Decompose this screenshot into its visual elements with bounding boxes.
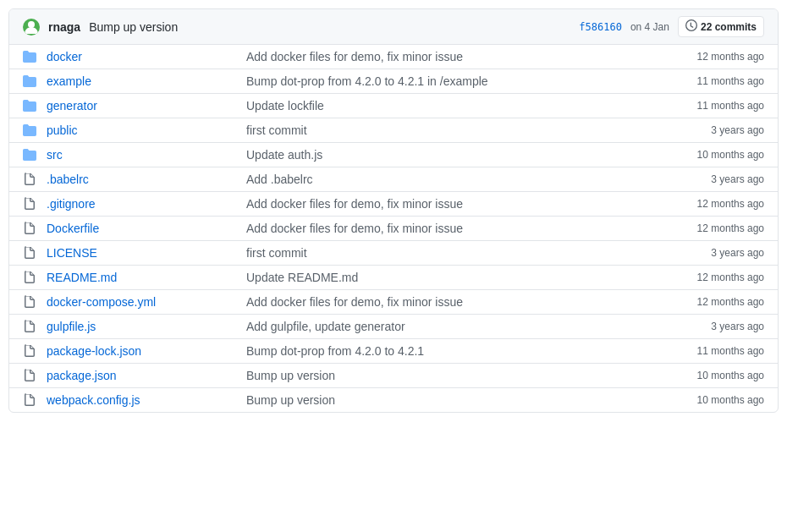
files-list: dockerAdd docker files for demo, fix min… <box>9 45 778 412</box>
file-age: 10 months ago <box>671 149 764 161</box>
file-commit-message[interactable]: Update README.md <box>233 271 671 284</box>
file-age: 3 years ago <box>671 173 764 185</box>
file-age: 10 months ago <box>671 394 764 406</box>
table-row: gulpfile.jsAdd gulpfile, update generato… <box>9 315 778 339</box>
folder-icon <box>23 123 47 137</box>
latest-commit-header: rnaga Bump up version f586160 on 4 Jan 2… <box>9 9 778 45</box>
file-name[interactable]: README.md <box>47 271 233 284</box>
file-name[interactable]: docker-compose.yml <box>47 295 233 309</box>
file-age: 3 years ago <box>671 321 764 332</box>
file-name[interactable]: public <box>47 123 233 137</box>
file-commit-message[interactable]: Add docker files for demo, fix minor iss… <box>233 222 671 235</box>
file-age: 11 months ago <box>671 100 764 112</box>
file-commit-message[interactable]: first commit <box>233 123 671 137</box>
file-age: 11 months ago <box>671 345 764 357</box>
table-row: README.mdUpdate README.md12 months ago <box>9 266 778 290</box>
file-name[interactable]: src <box>47 148 233 162</box>
file-icon <box>23 320 47 333</box>
file-icon <box>23 246 47 260</box>
file-age: 12 months ago <box>671 222 764 234</box>
table-row: dockerAdd docker files for demo, fix min… <box>9 45 778 69</box>
file-commit-message[interactable]: Bump up version <box>233 393 671 407</box>
file-commit-message[interactable]: Bump dot-prop from 4.2.0 to 4.2.1 in /ex… <box>233 74 671 88</box>
file-commit-message[interactable]: Add docker files for demo, fix minor iss… <box>233 50 671 63</box>
commit-date: on 4 Jan <box>630 21 669 33</box>
file-commit-message[interactable]: Add gulpfile, update generator <box>233 320 671 333</box>
table-row: LICENSEfirst commit3 years ago <box>9 241 778 266</box>
table-row: generatorUpdate lockfile11 months ago <box>9 94 778 118</box>
svg-point-0 <box>28 21 35 28</box>
table-row: exampleBump dot-prop from 4.2.0 to 4.2.1… <box>9 69 778 94</box>
file-icon <box>23 344 47 358</box>
table-row: webpack.config.jsBump up version10 month… <box>9 388 778 412</box>
file-icon <box>23 369 47 382</box>
file-icon <box>23 295 47 309</box>
file-commit-message[interactable]: Add docker files for demo, fix minor iss… <box>233 197 671 211</box>
file-name[interactable]: .gitignore <box>47 197 233 211</box>
file-commit-message[interactable]: Update auth.js <box>233 148 671 162</box>
folder-icon <box>23 148 47 162</box>
file-age: 11 months ago <box>671 75 764 87</box>
file-name[interactable]: LICENSE <box>47 246 233 260</box>
commit-message: Bump up version <box>89 20 178 34</box>
file-age: 3 years ago <box>671 247 764 259</box>
file-commit-message[interactable]: Update lockfile <box>233 99 671 112</box>
avatar <box>23 19 40 36</box>
file-name[interactable]: example <box>47 74 233 88</box>
file-name[interactable]: Dockerfile <box>47 222 233 235</box>
file-age: 12 months ago <box>671 198 764 210</box>
folder-icon <box>23 99 47 112</box>
repo-file-table: rnaga Bump up version f586160 on 4 Jan 2… <box>8 8 779 413</box>
table-row: .gitignoreAdd docker files for demo, fix… <box>9 192 778 217</box>
file-name[interactable]: generator <box>47 99 233 112</box>
file-age: 3 years ago <box>671 124 764 136</box>
file-name[interactable]: webpack.config.js <box>47 393 233 407</box>
file-age: 12 months ago <box>671 51 764 63</box>
file-name[interactable]: package-lock.json <box>47 344 233 358</box>
table-row: .babelrcAdd .babelrc3 years ago <box>9 167 778 192</box>
table-row: package.jsonBump up version10 months ago <box>9 364 778 388</box>
file-commit-message[interactable]: first commit <box>233 246 671 260</box>
file-commit-message[interactable]: Add docker files for demo, fix minor iss… <box>233 295 671 309</box>
table-row: DockerfileAdd docker files for demo, fix… <box>9 217 778 241</box>
file-age: 10 months ago <box>671 370 764 381</box>
file-commit-message[interactable]: Bump up version <box>233 369 671 382</box>
table-row: srcUpdate auth.js10 months ago <box>9 143 778 167</box>
table-row: docker-compose.ymlAdd docker files for d… <box>9 290 778 315</box>
commits-count-badge[interactable]: 22 commits <box>678 16 764 37</box>
folder-icon <box>23 74 47 88</box>
file-commit-message[interactable]: Bump dot-prop from 4.2.0 to 4.2.1 <box>233 344 671 358</box>
file-icon <box>23 271 47 284</box>
table-row: package-lock.jsonBump dot-prop from 4.2.… <box>9 339 778 364</box>
file-age: 12 months ago <box>671 296 764 308</box>
commit-hash-link[interactable]: f586160 <box>579 21 622 33</box>
folder-icon <box>23 50 47 63</box>
file-name[interactable]: docker <box>47 50 233 63</box>
commit-author[interactable]: rnaga <box>48 20 80 34</box>
file-name[interactable]: .babelrc <box>47 173 233 186</box>
table-row: publicfirst commit3 years ago <box>9 118 778 143</box>
commits-count-label: 22 commits <box>701 21 757 33</box>
file-icon <box>23 173 47 186</box>
file-name[interactable]: package.json <box>47 369 233 382</box>
file-age: 12 months ago <box>671 271 764 283</box>
file-icon <box>23 197 47 211</box>
file-name[interactable]: gulpfile.js <box>47 320 233 333</box>
file-icon <box>23 222 47 235</box>
file-icon <box>23 393 47 407</box>
clock-icon <box>685 19 697 34</box>
file-commit-message[interactable]: Add .babelrc <box>233 173 671 186</box>
